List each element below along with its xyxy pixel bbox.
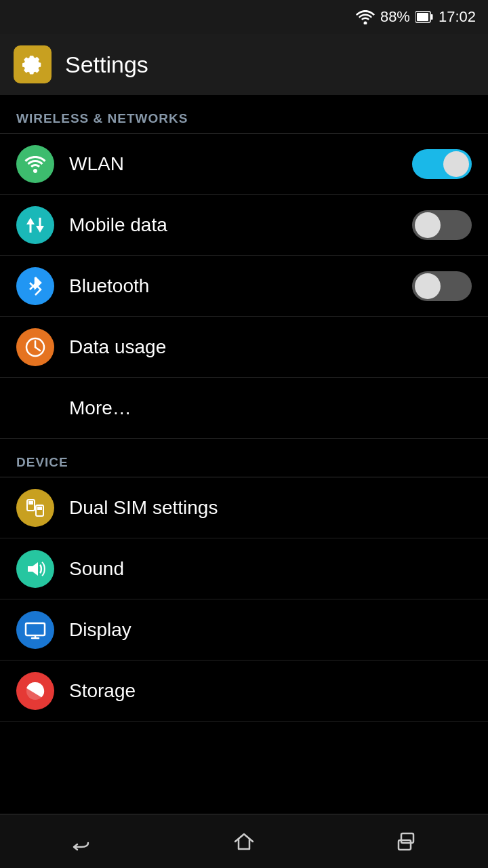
battery-text: 88% xyxy=(380,8,410,26)
svg-marker-5 xyxy=(26,218,35,224)
wlan-label: WLAN xyxy=(69,153,412,175)
mobile-data-label: Mobile data xyxy=(69,214,412,236)
storage-icon xyxy=(16,672,54,710)
bluetooth-toggle[interactable] xyxy=(412,271,472,301)
back-icon xyxy=(68,828,95,855)
bluetooth-symbol-icon xyxy=(24,275,47,298)
time-text: 17:02 xyxy=(439,8,476,26)
wireless-section-header: WIRELESS & NETWORKS xyxy=(0,95,488,133)
wifi-icon xyxy=(24,153,47,176)
settings-app-icon xyxy=(14,45,52,83)
dual-sim-row[interactable]: Dual SIM settings xyxy=(0,477,488,538)
svg-point-4 xyxy=(33,169,37,173)
sound-label: Sound xyxy=(69,558,472,580)
wlan-row[interactable]: WLAN xyxy=(0,134,488,195)
recents-icon xyxy=(393,828,420,855)
sound-row[interactable]: Sound xyxy=(0,538,488,599)
svg-marker-6 xyxy=(36,226,44,233)
wlan-icon xyxy=(16,145,54,183)
bluetooth-icon xyxy=(16,267,54,305)
mobile-data-row[interactable]: Mobile data xyxy=(0,195,488,256)
storage-row[interactable]: Storage xyxy=(0,660,488,722)
status-bar: 88% 17:02 xyxy=(0,0,488,34)
more-label: More… xyxy=(69,397,472,419)
bottom-nav xyxy=(0,814,488,868)
home-button[interactable] xyxy=(217,821,271,862)
display-label: Display xyxy=(69,619,472,641)
clock-icon xyxy=(24,336,47,359)
recents-button[interactable] xyxy=(380,821,434,862)
battery-icon xyxy=(415,9,433,24)
bluetooth-toggle-thumb xyxy=(415,273,441,299)
svg-rect-23 xyxy=(401,833,413,843)
data-usage-row[interactable]: Data usage xyxy=(0,317,488,378)
storage-symbol-icon xyxy=(24,679,47,703)
page-title: Settings xyxy=(65,52,148,78)
wlan-toggle-thumb xyxy=(443,151,469,177)
gear-icon xyxy=(21,53,44,76)
sound-symbol-icon xyxy=(24,557,47,580)
data-usage-label: Data usage xyxy=(69,336,472,358)
bluetooth-label: Bluetooth xyxy=(69,275,412,297)
svg-line-13 xyxy=(35,347,40,351)
dual-sim-symbol-icon xyxy=(24,496,47,519)
dual-sim-icon xyxy=(16,489,54,527)
device-section-header: DEVICE xyxy=(0,439,488,477)
svg-rect-19 xyxy=(26,623,45,635)
storage-label: Storage xyxy=(69,680,472,702)
svg-rect-24 xyxy=(399,840,411,850)
svg-point-0 xyxy=(363,22,367,25)
mobile-data-icon xyxy=(16,206,54,244)
data-usage-icon xyxy=(16,328,54,366)
wireless-section-label: WIRELESS & NETWORKS xyxy=(16,111,188,125)
sound-icon xyxy=(16,550,54,588)
dual-sim-label: Dual SIM settings xyxy=(69,497,472,519)
svg-rect-2 xyxy=(430,14,432,20)
more-row[interactable]: More… xyxy=(0,378,488,439)
svg-marker-18 xyxy=(28,562,38,576)
home-icon xyxy=(230,828,258,855)
mobile-data-arrows-icon xyxy=(24,214,47,237)
display-symbol-icon xyxy=(24,618,47,642)
bluetooth-row[interactable]: Bluetooth xyxy=(0,256,488,317)
display-icon xyxy=(16,611,54,649)
back-button[interactable] xyxy=(54,821,108,862)
svg-rect-16 xyxy=(28,501,33,505)
wlan-toggle[interactable] xyxy=(412,149,472,179)
mobile-data-toggle-thumb xyxy=(415,212,441,238)
display-row[interactable]: Display xyxy=(0,599,488,660)
svg-rect-17 xyxy=(37,507,42,510)
wifi-status-icon xyxy=(356,9,375,24)
header: Settings xyxy=(0,34,488,95)
svg-rect-3 xyxy=(417,13,428,21)
device-section-label: DEVICE xyxy=(16,455,68,469)
settings-content: WIRELESS & NETWORKS WLAN Mobile xyxy=(0,95,488,814)
mobile-data-toggle[interactable] xyxy=(412,210,472,240)
